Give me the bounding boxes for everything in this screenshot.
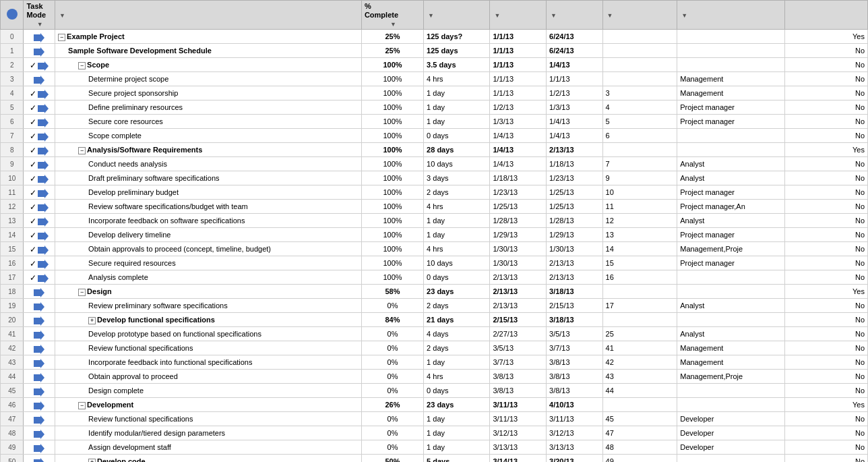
task-name-cell[interactable]: Determine project scope xyxy=(55,72,362,86)
task-name-cell[interactable]: Secure required resources xyxy=(55,256,362,270)
row-number: 20 xyxy=(1,313,24,327)
resource-sort-icon: ▼ xyxy=(681,12,687,19)
task-name-cell[interactable]: Define preliminary resources xyxy=(55,100,362,115)
expand-icon[interactable]: + xyxy=(88,459,96,462)
start-cell: 1/1/13 xyxy=(490,30,547,44)
task-name-cell[interactable]: Analysis complete xyxy=(55,270,362,285)
table-row: 15✓Obtain approvals to proceed (concept,… xyxy=(1,242,868,256)
header-finish[interactable]: ▼ xyxy=(547,1,603,30)
task-name-cell[interactable]: Identify modular/tiered design parameter… xyxy=(55,426,362,440)
start-cell: 2/27/13 xyxy=(490,327,547,341)
task-name-cell[interactable]: Secure project sponsorship xyxy=(55,86,362,100)
task-name-cell[interactable]: −Design xyxy=(55,285,362,299)
task-name-cell[interactable]: Incorporate feedback into functional spe… xyxy=(55,355,362,370)
task-name-cell[interactable]: +Develop functional specifications xyxy=(55,313,362,327)
predecessors-cell xyxy=(602,72,677,86)
svg-marker-12 xyxy=(38,203,49,212)
header-status[interactable] xyxy=(785,1,868,30)
task-mode-arrow-icon xyxy=(38,88,49,98)
task-name-cell[interactable]: Scope complete xyxy=(55,129,362,143)
task-name-cell[interactable]: Obtain approval to proceed xyxy=(55,370,362,384)
task-name-text: Develop functional specifications xyxy=(97,316,215,324)
header-predecessors[interactable]: ▼ xyxy=(602,1,677,30)
pct-complete-cell: 100% xyxy=(361,115,423,129)
collapse-icon[interactable]: − xyxy=(58,34,65,41)
task-name-cell[interactable]: Review functional specifications xyxy=(55,412,362,426)
task-name-cell[interactable]: Draft preliminary software specification… xyxy=(55,171,362,185)
task-name-cell[interactable]: −Development xyxy=(55,398,362,412)
predecessors-cell: 7 xyxy=(602,157,677,171)
task-name-cell[interactable]: −Analysis/Software Requirements xyxy=(55,143,362,157)
expand-icon[interactable]: + xyxy=(88,317,96,324)
task-name-text: Identify modular/tiered design parameter… xyxy=(88,429,225,437)
finish-cell: 1/2/13 xyxy=(547,86,603,100)
predecessors-cell: 49 xyxy=(602,455,677,462)
duration-cell: 3.5 days xyxy=(424,58,490,72)
finish-cell: 3/13/13 xyxy=(547,440,603,455)
task-name-cell[interactable]: Assign development staff xyxy=(55,440,362,455)
row-number: 42 xyxy=(1,341,24,355)
pct-complete-cell: 100% xyxy=(361,143,423,157)
resource-names-cell: Developer xyxy=(677,412,785,426)
include-status-cell: No xyxy=(785,256,868,270)
task-name-text: Example Project xyxy=(67,32,125,40)
task-name-cell[interactable]: Review functional specifications xyxy=(55,341,362,355)
task-name-cell[interactable]: Obtain approvals to proceed (concept, ti… xyxy=(55,242,362,256)
include-status-cell: No xyxy=(785,58,868,72)
task-mode-cell xyxy=(24,398,55,412)
task-name-cell[interactable]: Review preliminary software specificatio… xyxy=(55,299,362,313)
row-number: 5 xyxy=(1,100,24,115)
header-duration[interactable]: ▼ xyxy=(424,1,490,30)
task-name-cell[interactable]: Develop preliminary budget xyxy=(55,185,362,200)
predecessors-cell: 48 xyxy=(602,440,677,455)
task-name-cell[interactable]: −Example Project xyxy=(55,30,362,44)
header-taskname[interactable]: ▼ xyxy=(55,1,362,30)
include-status-cell: No xyxy=(785,115,868,129)
pct-complete-cell: 100% xyxy=(361,200,423,214)
collapse-icon[interactable]: − xyxy=(78,289,86,296)
task-name-cell[interactable]: Develop delivery timeline xyxy=(55,228,362,242)
predecessors-cell: 5 xyxy=(602,115,677,129)
table-row: 48Identify modular/tiered design paramet… xyxy=(1,426,868,440)
duration-cell: 21 days xyxy=(424,313,490,327)
task-mode-cell xyxy=(24,30,55,44)
task-name-text: Secure project sponsorship xyxy=(88,89,178,97)
task-name-cell[interactable]: Design complete xyxy=(55,384,362,398)
task-name-cell[interactable]: Secure core resources xyxy=(55,115,362,129)
finish-cell: 1/25/13 xyxy=(547,185,603,200)
header-pct-label2: Complete xyxy=(365,11,398,20)
resource-names-cell: Analyst xyxy=(677,299,785,313)
duration-cell: 1 day xyxy=(424,440,490,455)
header-pct[interactable]: % Complete ▼ xyxy=(361,1,423,30)
header-taskmode[interactable]: Task Mode ▼ xyxy=(24,1,55,30)
collapse-icon[interactable]: − xyxy=(78,62,86,69)
pct-complete-cell: 84% xyxy=(361,313,423,327)
predecessors-cell xyxy=(602,58,677,72)
task-table: Task Mode ▼ ▼ % Complete ▼ xyxy=(0,0,868,462)
task-name-text: Assign development staff xyxy=(88,443,171,451)
finish-cell: 1/23/13 xyxy=(547,171,603,185)
task-name-text: Review functional specifications xyxy=(88,344,193,352)
header-resource[interactable]: ▼ xyxy=(677,1,785,30)
start-cell: 2/13/13 xyxy=(490,299,547,313)
duration-cell: 10 days xyxy=(424,256,490,270)
task-name-cell[interactable]: +Develop code xyxy=(55,455,362,462)
resource-names-cell: Management xyxy=(677,86,785,100)
checkmark-icon: ✓ xyxy=(30,259,36,268)
predecessors-cell: 3 xyxy=(602,86,677,100)
task-mode-arrow-icon xyxy=(38,215,49,226)
header-start[interactable]: ▼ xyxy=(490,1,547,30)
predecessors-cell xyxy=(602,285,677,299)
task-name-cell[interactable]: −Scope xyxy=(55,58,362,72)
task-name-cell[interactable]: Incorporate feedback on software specifi… xyxy=(55,214,362,228)
collapse-icon[interactable]: − xyxy=(78,402,86,409)
task-name-cell[interactable]: Review software specifications/budget wi… xyxy=(55,200,362,214)
task-name-cell[interactable]: Sample Software Development Schedule xyxy=(55,44,362,58)
task-name-cell[interactable]: Develop prototype based on functional sp… xyxy=(55,327,362,341)
table-row: 3Determine project scope100%4 hrs1/1/131… xyxy=(1,72,868,86)
task-mode-arrow-icon xyxy=(34,371,44,382)
collapse-icon[interactable]: − xyxy=(78,147,86,154)
predecessors-cell xyxy=(602,44,677,58)
task-name-cell[interactable]: Conduct needs analysis xyxy=(55,157,362,171)
duration-cell: 4 hrs xyxy=(424,370,490,384)
